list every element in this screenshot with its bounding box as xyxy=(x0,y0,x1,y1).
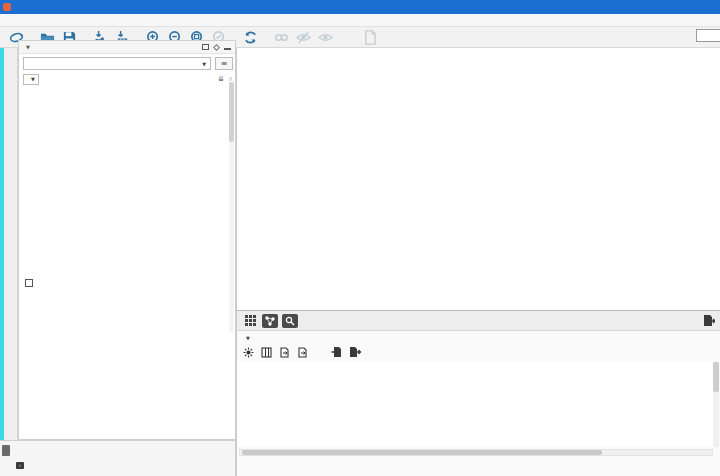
chevron-down-icon: ▼ xyxy=(202,61,206,67)
show-all-icon xyxy=(317,29,334,46)
table-vscrollbar[interactable] xyxy=(713,362,719,447)
import-table-file-icon[interactable] xyxy=(277,346,292,359)
table-selector[interactable]: ▼ xyxy=(243,332,250,343)
table-grid-icon[interactable] xyxy=(242,314,258,328)
export-document-icon xyxy=(362,29,379,46)
export-table-file-icon[interactable] xyxy=(295,346,310,359)
table-hscrollbar[interactable] xyxy=(239,449,713,456)
search-input[interactable] xyxy=(696,29,720,42)
control-panel-tabs xyxy=(4,48,18,476)
table-browser-tabbar xyxy=(237,311,720,331)
export-table-icon[interactable] xyxy=(700,314,716,328)
hide-selected-icon xyxy=(295,29,312,46)
tools-table-icon[interactable] xyxy=(282,314,298,328)
panel-options-icon[interactable] xyxy=(213,43,220,50)
panel-grip[interactable] xyxy=(2,445,10,456)
app-icon xyxy=(3,3,11,11)
edge-table[interactable] xyxy=(237,362,714,447)
bottom-left-panel: › xyxy=(0,440,236,476)
title-bar[interactable] xyxy=(0,0,720,14)
menu-bar xyxy=(0,14,720,27)
chevron-down-icon: ▼ xyxy=(31,76,35,82)
minimize-panel-icon[interactable] xyxy=(224,48,231,50)
style-panel: ▼ ▼ ≡ ▼ ⇊ ∧ xyxy=(18,40,236,440)
cytoscape-window: ▼ ▼ ≡ ▼ ⇊ ∧ xyxy=(0,0,720,476)
show-columns-icon[interactable] xyxy=(259,346,274,359)
chevron-down-icon[interactable]: ▼ xyxy=(26,44,30,50)
command-line-icon: › xyxy=(16,462,24,469)
export-file-dark-icon[interactable] xyxy=(347,346,362,359)
lock-size-checkbox[interactable] xyxy=(25,279,33,287)
table-toolbar xyxy=(241,344,365,360)
float-panel-icon[interactable] xyxy=(202,44,209,50)
properties-dropdown[interactable]: ▼ xyxy=(23,74,39,85)
network-view[interactable] xyxy=(236,48,720,310)
network-table-icon[interactable] xyxy=(262,314,278,328)
current-style-select[interactable]: ▼ xyxy=(23,57,211,70)
command-line-row[interactable]: › xyxy=(16,462,27,469)
table-settings-icon[interactable] xyxy=(241,346,256,359)
style-panel-header: ▼ xyxy=(19,41,235,54)
expand-all-icon[interactable]: ⇊ xyxy=(218,75,224,83)
import-file-dark-icon[interactable] xyxy=(329,346,344,359)
lock-size-row[interactable] xyxy=(25,279,37,287)
style-options-button[interactable]: ≡ xyxy=(215,57,233,70)
apply-layout-icon[interactable] xyxy=(242,29,259,46)
style-panel-scrollbar[interactable] xyxy=(229,82,234,332)
chevron-down-icon: ▼ xyxy=(246,335,250,341)
first-neighbors-icon xyxy=(273,29,290,46)
table-panel: ▼ xyxy=(236,310,720,476)
